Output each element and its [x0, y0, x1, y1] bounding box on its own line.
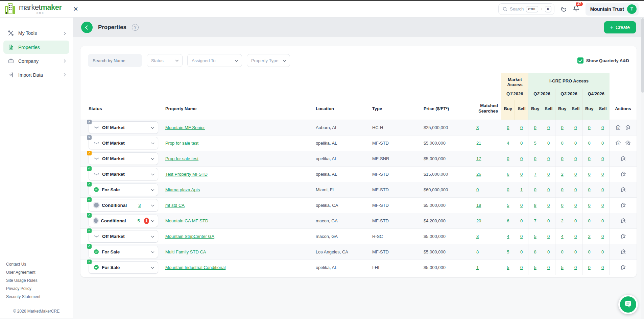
matched-searches-link[interactable]: 26 — [476, 172, 481, 177]
footer-link-security-statement[interactable]: Security Statement — [6, 293, 67, 301]
q4-buy-link[interactable]: 2 — [588, 234, 591, 239]
q3-sell-link[interactable]: 0 — [574, 141, 577, 146]
q1-sell-link[interactable]: 0 — [520, 125, 523, 130]
back-button[interactable] — [81, 22, 93, 33]
q4-buy-link[interactable]: 0 — [588, 265, 591, 270]
q2-buy-link[interactable]: 7 — [534, 218, 536, 223]
q2-sell-link[interactable]: 0 — [547, 203, 550, 208]
notifications-bell-icon[interactable]: 37 — [573, 5, 579, 13]
search-by-name-input[interactable] — [88, 54, 142, 67]
home-search-icon[interactable] — [620, 156, 626, 161]
home-search-icon[interactable] — [620, 218, 626, 223]
matched-searches-link[interactable]: 17 — [476, 156, 481, 161]
matched-searches-link[interactable]: 21 — [476, 141, 481, 146]
matched-searches-link[interactable]: 8 — [476, 249, 479, 254]
global-search-input[interactable]: Search CTRL + K — [498, 3, 554, 15]
assigned-to-filter-dropdown[interactable]: Assigned To — [187, 54, 242, 67]
q2-sell-link[interactable]: 0 — [547, 172, 550, 177]
q4-buy-link[interactable]: 0 — [588, 156, 591, 161]
q3-sell-link[interactable]: 0 — [574, 218, 577, 223]
status-dropdown[interactable]: Off Market — [89, 168, 158, 180]
page-scrollbar[interactable] — [641, 18, 644, 319]
q1-buy-link[interactable]: 5 — [507, 249, 509, 254]
q4-sell-link[interactable]: 0 — [601, 141, 604, 146]
q1-buy-link[interactable]: 6 — [507, 172, 509, 177]
q3-buy-link[interactable]: 2 — [561, 218, 564, 223]
q4-sell-link[interactable]: 0 — [601, 187, 604, 192]
matched-searches-link[interactable]: 0 — [476, 187, 479, 192]
q1-sell-link[interactable]: 0 — [520, 249, 523, 254]
q1-buy-link[interactable]: 6 — [507, 218, 509, 223]
property-name-link[interactable]: mf std CA — [165, 203, 185, 208]
q3-buy-link[interactable]: 0 — [561, 141, 564, 146]
matched-searches-link[interactable]: 1 — [476, 265, 479, 270]
q3-sell-link[interactable]: 0 — [574, 187, 577, 192]
q2-buy-link[interactable]: 5 — [534, 234, 536, 239]
q1-buy-link[interactable]: 5 — [507, 265, 509, 270]
q1-sell-link[interactable]: 0 — [520, 156, 523, 161]
q1-sell-link[interactable]: 0 — [520, 218, 523, 223]
q3-sell-link[interactable]: 0 — [574, 125, 577, 130]
create-button[interactable]: +Create — [604, 21, 636, 33]
q2-buy-link[interactable]: 8 — [534, 203, 536, 208]
user-menu[interactable]: Mountain Trust T — [586, 3, 639, 16]
scrollbar-thumb[interactable] — [641, 18, 644, 93]
q4-sell-link[interactable]: 0 — [601, 265, 604, 270]
property-name-link[interactable]: Mountain MF Senior — [165, 125, 205, 130]
q3-buy-link[interactable]: 0 — [561, 249, 564, 254]
conditional-count-link[interactable]: 3 — [138, 203, 141, 208]
q2-buy-link[interactable]: 8 — [534, 249, 536, 254]
status-dropdown[interactable]: Off Market — [89, 230, 158, 243]
q3-buy-link[interactable]: 0 — [561, 156, 564, 161]
status-filter-dropdown[interactable]: Status — [147, 54, 183, 67]
q2-sell-link[interactable]: 0 — [547, 156, 550, 161]
q4-sell-link[interactable]: 0 — [601, 203, 604, 208]
show-quarterly-checkbox[interactable] — [577, 57, 583, 64]
home-search-icon[interactable] — [620, 234, 626, 239]
property-name-link[interactable]: Mountain StripCenter GA — [165, 234, 214, 239]
status-dropdown[interactable]: For Sale — [89, 246, 158, 258]
q3-buy-link[interactable]: 0 — [561, 187, 564, 192]
q3-sell-link[interactable]: 0 — [574, 156, 577, 161]
q1-buy-link[interactable]: 4 — [507, 141, 509, 146]
matched-searches-link[interactable]: 3 — [476, 125, 479, 130]
property-type-filter-dropdown[interactable]: Property Type — [247, 54, 290, 67]
q2-sell-link[interactable]: 0 — [547, 218, 550, 223]
q3-sell-link[interactable]: 0 — [574, 203, 577, 208]
home-dollar-icon[interactable]: $ — [615, 140, 621, 146]
conditional-count-link[interactable]: 5 — [137, 218, 140, 223]
q3-sell-link[interactable]: 0 — [574, 234, 577, 239]
status-dropdown[interactable]: Off Market — [89, 152, 158, 165]
footer-link-site-usage-rules[interactable]: Site Usage Rules — [6, 276, 67, 285]
q1-sell-link[interactable]: 0 — [520, 172, 523, 177]
q4-sell-link[interactable]: 0 — [601, 125, 604, 130]
q4-buy-link[interactable]: 0 — [588, 249, 591, 254]
property-name-link[interactable]: Mountain Industrial Conditional — [165, 265, 226, 270]
property-name-link[interactable]: Miama plaza Apts — [165, 187, 200, 192]
q2-sell-link[interactable]: 0 — [547, 234, 550, 239]
sidebar-item-import-data[interactable]: Import Data — [3, 68, 69, 81]
footer-link-user-agreement[interactable]: User Agreement — [6, 268, 67, 276]
q2-sell-link[interactable]: 0 — [547, 249, 550, 254]
footer-link-contact-us[interactable]: Contact Us — [6, 260, 67, 268]
close-icon[interactable]: ✕ — [73, 5, 78, 13]
q2-buy-link[interactable]: 0 — [534, 187, 536, 192]
q3-buy-link[interactable]: 2 — [561, 172, 564, 177]
home-search-icon[interactable] — [620, 202, 626, 208]
q2-sell-link[interactable]: 0 — [547, 141, 550, 146]
property-name-link[interactable]: Mountain GA MF STD — [165, 218, 208, 223]
home-dollar-icon[interactable]: $ — [615, 125, 621, 130]
status-dropdown[interactable]: For Sale — [89, 261, 158, 274]
matched-searches-link[interactable]: 20 — [476, 218, 481, 223]
q2-sell-link[interactable]: 0 — [547, 125, 550, 130]
matched-searches-link[interactable]: 18 — [476, 203, 481, 208]
q1-buy-link[interactable]: 4 — [507, 234, 509, 239]
home-search-icon[interactable] — [620, 249, 626, 254]
q2-buy-link[interactable]: 0 — [534, 125, 536, 130]
q3-sell-link[interactable]: 0 — [574, 249, 577, 254]
q3-buy-link[interactable]: 4 — [561, 234, 564, 239]
status-dropdown[interactable]: Off Market — [89, 121, 158, 134]
q4-buy-link[interactable]: 0 — [588, 125, 591, 130]
q3-sell-link[interactable]: 0 — [574, 172, 577, 177]
home-search-icon[interactable] — [625, 140, 631, 146]
